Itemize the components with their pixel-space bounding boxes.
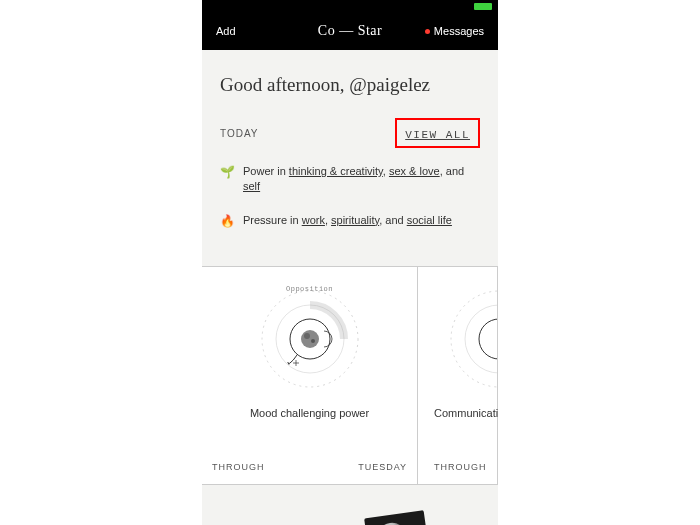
card-title: Mood challenging power [250, 407, 369, 419]
svg-point-10 [479, 319, 497, 359]
svg-point-8 [451, 291, 497, 387]
work-link[interactable]: work [302, 214, 325, 226]
chart-area [437, 281, 497, 391]
svg-point-3 [301, 330, 319, 348]
self-link[interactable]: self [243, 180, 260, 192]
transit-card[interactable]: Communications THROUGH [418, 267, 498, 484]
today-row: TODAY VIEW ALL [220, 118, 480, 148]
thinking-creativity-link[interactable]: thinking & creativity [289, 165, 383, 177]
fire-icon: 🔥 [220, 213, 235, 230]
svg-point-9 [465, 305, 497, 373]
card-title: Communications [428, 407, 487, 419]
chart-area: Opposition [245, 281, 375, 391]
sprout-icon: 🌱 [220, 164, 235, 181]
spirituality-link[interactable]: spirituality [331, 214, 379, 226]
status-bar [202, 0, 498, 12]
cards-container[interactable]: Opposition [202, 266, 498, 484]
natal-chart-icon [245, 281, 375, 391]
messages-button[interactable]: Messages [425, 25, 484, 37]
natal-chart-icon [437, 281, 497, 391]
portrait-image [364, 510, 432, 525]
power-insight: 🌱 Power in thinking & creativity, sex & … [220, 164, 480, 195]
messages-label: Messages [434, 25, 484, 37]
nav-bar: Add Co — Star Messages [202, 12, 498, 50]
phone-frame: Add Co — Star Messages Good afternoon, @… [202, 0, 498, 525]
bottom-section [202, 484, 498, 525]
social-life-link[interactable]: social life [407, 214, 452, 226]
opposition-label: Opposition [286, 285, 333, 293]
transit-card[interactable]: Opposition [202, 267, 418, 484]
card-footer: THROUGH [428, 462, 487, 472]
through-label: THROUGH [434, 462, 487, 472]
today-label: TODAY [220, 128, 259, 139]
power-text: Power in thinking & creativity, sex & lo… [243, 164, 480, 195]
through-label: THROUGH [212, 462, 265, 472]
day-label: TUESDAY [358, 462, 407, 472]
sex-love-link[interactable]: sex & love [389, 165, 440, 177]
notification-dot-icon [425, 29, 430, 34]
pressure-text: Pressure in work, spirituality, and soci… [243, 213, 480, 228]
svg-point-4 [304, 333, 310, 339]
greeting-section: Good afternoon, @paigelez TODAY VIEW ALL… [202, 50, 498, 266]
view-all-highlight: VIEW ALL [395, 118, 480, 148]
svg-point-5 [311, 339, 315, 343]
add-button[interactable]: Add [216, 25, 236, 37]
card-footer: THROUGH TUESDAY [212, 462, 407, 472]
view-all-link[interactable]: VIEW ALL [405, 129, 470, 141]
greeting-text: Good afternoon, @paigelez [220, 74, 480, 96]
battery-icon [474, 3, 492, 10]
app-title: Co — Star [318, 23, 382, 39]
pressure-insight: 🔥 Pressure in work, spirituality, and so… [220, 213, 480, 230]
